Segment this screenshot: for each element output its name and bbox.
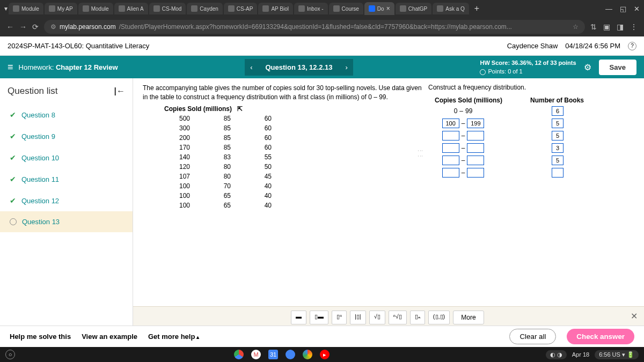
page-datetime: 04/18/24 6:56 PM	[565, 42, 620, 50]
exponent-tool[interactable]: ▯ⁿ	[332, 311, 347, 324]
new-tab-button[interactable]: +	[470, 4, 484, 13]
more-tools-button[interactable]: More	[453, 311, 484, 324]
browser-tab[interactable]: Course	[329, 3, 363, 14]
close-toolbar-icon[interactable]: ✕	[631, 311, 638, 321]
view-example-link[interactable]: View an example	[82, 333, 137, 341]
browser-tab-active[interactable]: Do×	[364, 2, 394, 15]
count-input[interactable]	[552, 119, 564, 128]
drag-handle-icon[interactable]: ⋮⋮	[418, 148, 423, 159]
range-low-input[interactable]	[442, 119, 459, 128]
question-item-current[interactable]: Question 13	[0, 211, 133, 232]
range-low-input[interactable]	[442, 156, 459, 165]
count-input[interactable]	[552, 131, 564, 141]
abs-tool[interactable]: |▯|	[350, 311, 366, 324]
coord-tool[interactable]: (▯,▯)	[428, 311, 450, 324]
close-icon[interactable]: ×	[386, 5, 390, 12]
count-input[interactable]	[552, 106, 564, 116]
browser-tab[interactable]: Module	[9, 3, 43, 14]
browser-tab[interactable]: My AP	[45, 3, 77, 14]
hw-points-text: Points: 0 of 1	[480, 67, 576, 76]
homework-bar: ≡ Homework: Chapter 12 Review ‹ Question…	[0, 56, 644, 78]
browser-tab[interactable]: CS-AP	[224, 3, 258, 14]
system-tray[interactable]: ◐ ◑ Apr 18 6:56 US ▾ 🔋	[546, 350, 639, 359]
homework-title: Chapter 12 Review	[56, 63, 118, 71]
range-high-input[interactable]	[467, 131, 484, 141]
dist-row: 0–99	[428, 106, 584, 116]
browser-tab[interactable]: AP Biol	[258, 3, 293, 14]
maximize-icon[interactable]: ◱	[620, 5, 626, 13]
gear-icon[interactable]: ⚙	[584, 62, 591, 72]
question-item[interactable]: ✔Question 9	[0, 125, 133, 147]
range-high-input[interactable]	[467, 156, 484, 165]
check-icon: ✔	[10, 110, 16, 119]
extensions-icon[interactable]: ▣	[603, 23, 610, 31]
question-item[interactable]: ✔Question 11	[0, 168, 133, 190]
popout-icon[interactable]: ⇱	[237, 105, 243, 113]
browser-tab[interactable]: Module	[78, 3, 113, 14]
gmail-icon[interactable]: M	[251, 350, 261, 359]
prev-question-button[interactable]: ‹	[245, 59, 258, 76]
clear-all-button[interactable]: Clear all	[509, 329, 556, 344]
files-icon[interactable]	[286, 350, 295, 359]
nroot-tool[interactable]: ⁿ√▯	[389, 311, 407, 324]
question-list-title: Question list	[8, 86, 58, 97]
bookmark-star-icon[interactable]: ☆	[573, 23, 579, 31]
subscript-tool[interactable]: ▯ₙ	[410, 311, 425, 324]
range-high-input[interactable]	[467, 119, 484, 128]
chrome-icon[interactable]	[234, 350, 244, 359]
dist-row: –	[428, 156, 584, 165]
dist-row: –	[428, 131, 584, 141]
reload-icon[interactable]: ⟳	[32, 23, 39, 31]
site-info-icon[interactable]: ⚙	[50, 23, 56, 31]
help-solve-link[interactable]: Help me solve this	[10, 333, 71, 341]
count-input[interactable]	[552, 168, 564, 178]
math-toolbar: ▬ ▯▬ ▯ⁿ |▯| √▯ ⁿ√▯ ▯ₙ (▯,▯) More ✕	[133, 306, 644, 328]
tab-dropdown-icon[interactable]: ▾	[4, 5, 8, 12]
dist-row: –	[428, 168, 584, 178]
browser-tab[interactable]: Ask a Q	[433, 3, 469, 14]
browser-tab[interactable]: Cayden	[187, 3, 222, 14]
range-low-input[interactable]	[442, 168, 459, 178]
question-item[interactable]: ✔Question 8	[0, 104, 133, 125]
range-high-input[interactable]	[467, 143, 484, 153]
dist-row: –	[428, 143, 584, 153]
question-item[interactable]: ✔Question 12	[0, 190, 133, 211]
calendar-icon[interactable]: 31	[268, 350, 278, 359]
help-icon[interactable]: ?	[628, 42, 636, 50]
next-question-button[interactable]: ›	[340, 59, 353, 76]
browser-tab[interactable]: Alien A	[114, 3, 148, 14]
dist-col-header: Number of Books	[530, 97, 584, 104]
minimize-icon[interactable]: —	[605, 5, 612, 13]
launcher-icon[interactable]: ○	[5, 350, 15, 359]
check-answer-button[interactable]: Check answer	[567, 329, 634, 344]
save-button[interactable]: Save	[599, 60, 636, 75]
count-input[interactable]	[552, 156, 564, 165]
browser-tab[interactable]: CS-Mod	[149, 3, 186, 14]
side-panel-icon[interactable]: ◨	[617, 23, 624, 31]
check-icon: ✔	[10, 196, 16, 205]
extension-icon[interactable]: ⇅	[590, 23, 597, 31]
range-high-input[interactable]	[467, 168, 484, 178]
collapse-sidebar-icon[interactable]: |←	[114, 86, 125, 96]
url-input[interactable]: ⚙ mylab.pearson.com/Student/PlayerHomewo…	[44, 20, 585, 34]
browser-menu-icon[interactable]: ⋮	[630, 23, 638, 31]
forward-icon[interactable]: →	[19, 23, 27, 31]
back-icon[interactable]: ←	[6, 23, 14, 31]
photos-icon[interactable]	[303, 350, 312, 359]
close-window-icon[interactable]: ✕	[634, 5, 640, 13]
fraction-tool[interactable]: ▬	[291, 311, 306, 324]
course-header: 2024SP-MAT-143-OL60: Quantitative Litera…	[0, 36, 644, 56]
count-input[interactable]	[552, 143, 564, 153]
range-low-input[interactable]	[442, 131, 459, 141]
question-content: The accompanying table gives the number …	[133, 78, 644, 326]
browser-tab[interactable]: Inbox -	[294, 3, 328, 14]
tray-pill: ◐ ◑	[546, 350, 567, 359]
get-more-help-dropdown[interactable]: Get more help	[148, 333, 199, 341]
mixed-fraction-tool[interactable]: ▯▬	[310, 311, 328, 324]
question-item[interactable]: ✔Question 10	[0, 147, 133, 168]
sqrt-tool[interactable]: √▯	[369, 311, 385, 324]
range-low-input[interactable]	[442, 143, 459, 153]
youtube-icon[interactable]: ▸	[320, 350, 330, 359]
browser-tab[interactable]: ChatGP	[396, 3, 432, 14]
menu-icon[interactable]: ≡	[8, 62, 13, 73]
